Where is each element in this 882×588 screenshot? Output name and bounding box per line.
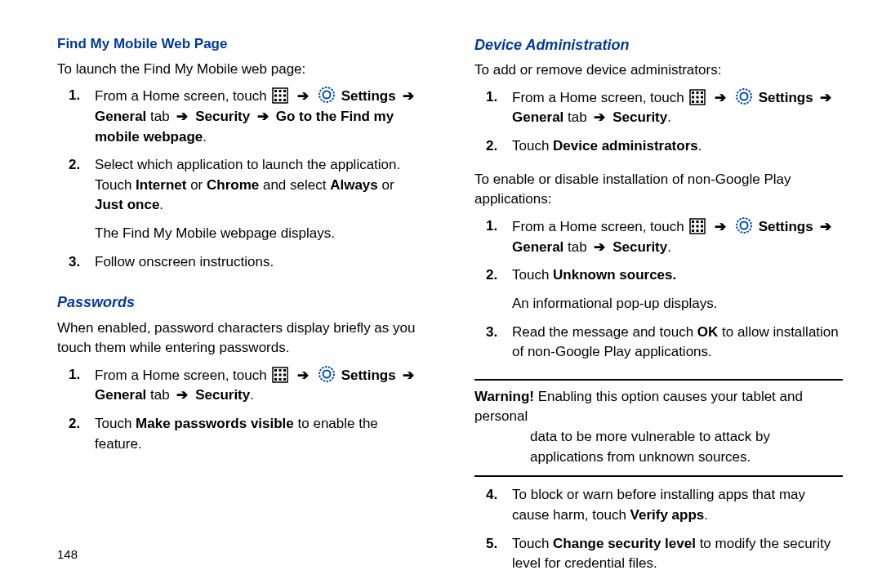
- svg-rect-31: [692, 100, 694, 103]
- page-number: 148: [57, 546, 78, 564]
- apps-grid-icon: [689, 218, 706, 234]
- svg-rect-40: [692, 225, 694, 227]
- svg-rect-4: [274, 95, 277, 97]
- step-number: 3.: [69, 252, 80, 273]
- svg-rect-3: [283, 90, 286, 92]
- apps-grid-icon: [689, 89, 706, 105]
- arrow-icon: ➔: [817, 219, 835, 234]
- step-text: From a Home screen, touch: [512, 90, 688, 105]
- svg-rect-5: [279, 95, 282, 97]
- arrow-icon: ➔: [590, 239, 608, 255]
- security-label: Security: [612, 239, 667, 255]
- arrow-icon: ➔: [173, 109, 191, 124]
- step-2: 2. Select which application to launch th…: [57, 155, 425, 252]
- bold-text: Always: [330, 177, 378, 193]
- svg-rect-6: [283, 95, 286, 97]
- gear-icon: [318, 365, 336, 383]
- bold-text: Device administrators: [553, 138, 698, 154]
- step-text: and select: [259, 177, 330, 193]
- general-label: General: [95, 109, 146, 124]
- heading-passwords: Passwords: [57, 292, 425, 313]
- step-text: From a Home screen, touch: [512, 219, 688, 234]
- step-1: 1. From a Home screen, touch ➔ Settings …: [474, 87, 843, 136]
- warning-label: Warning!: [474, 389, 534, 404]
- svg-point-10: [319, 87, 334, 102]
- arrow-icon: ➔: [817, 90, 835, 105]
- step-text: .: [698, 138, 702, 154]
- period: .: [667, 109, 671, 125]
- settings-label: Settings: [759, 219, 813, 234]
- svg-rect-28: [692, 96, 694, 98]
- period: .: [250, 387, 254, 403]
- arrow-icon: ➔: [294, 88, 312, 104]
- svg-rect-7: [274, 99, 277, 101]
- svg-point-46: [737, 218, 751, 233]
- svg-rect-19: [274, 378, 277, 381]
- settings-label: Settings: [341, 368, 396, 383]
- step-text: Touch: [512, 267, 553, 283]
- arrow-icon: ➔: [399, 368, 417, 383]
- step-number: 1.: [69, 86, 80, 106]
- svg-rect-29: [697, 96, 699, 98]
- step-extra-text: An informational pop-up displays.: [512, 294, 843, 314]
- apps-grid-icon: [272, 87, 288, 104]
- step-number: 4.: [486, 485, 497, 506]
- tab-word: tab: [564, 109, 590, 125]
- step-number: 3.: [486, 323, 497, 343]
- gear-icon: [318, 86, 336, 104]
- arrow-icon: ➔: [173, 387, 191, 403]
- bold-text: Chrome: [207, 177, 259, 193]
- security-label: Security: [195, 387, 250, 403]
- step-5: 5. Touch Change security level to modify…: [474, 534, 843, 582]
- step-4: 4. To block or warn before installing ap…: [474, 485, 843, 533]
- apps-grid-icon: [272, 367, 288, 383]
- security-label: Security: [195, 109, 250, 124]
- svg-rect-43: [692, 229, 694, 232]
- intro-text: To add or remove device administrators:: [474, 60, 843, 81]
- svg-rect-45: [701, 229, 703, 232]
- bold-text: Unknown sources.: [553, 267, 676, 283]
- step-text: Touch: [95, 416, 136, 431]
- steps-device-admin-c: 4. To block or warn before installing ap…: [474, 485, 843, 582]
- step-number: 5.: [486, 534, 497, 555]
- step-1: 1. From a Home screen, touch ➔ Settings …: [474, 216, 843, 265]
- settings-label: Settings: [759, 90, 813, 105]
- right-column: Device Administration To add or remove d…: [474, 34, 843, 572]
- arrow-icon: ➔: [711, 90, 729, 105]
- step-1: 1. From a Home screen, touch ➔ Settings …: [57, 365, 425, 414]
- svg-point-35: [740, 92, 747, 100]
- step-number: 2.: [486, 136, 497, 157]
- bold-text: Change security level: [553, 536, 696, 551]
- manual-page: Find My Mobile Web Page To launch the Fi…: [0, 0, 882, 588]
- svg-rect-38: [697, 220, 699, 223]
- left-column: Find My Mobile Web Page To launch the Fi…: [57, 34, 425, 572]
- step-number: 2.: [69, 155, 80, 176]
- tab-word: tab: [146, 387, 173, 403]
- svg-point-22: [319, 367, 334, 381]
- svg-rect-16: [274, 373, 277, 376]
- general-label: General: [95, 387, 146, 403]
- step-2: 2. Touch Unknown sources. An information…: [474, 265, 843, 322]
- step-text: Touch: [512, 138, 553, 154]
- svg-point-34: [737, 89, 751, 104]
- step-number: 1.: [486, 216, 497, 237]
- step-text: Read the message and touch: [512, 324, 697, 340]
- svg-point-23: [323, 370, 330, 377]
- general-label: General: [512, 109, 564, 125]
- svg-rect-13: [274, 369, 277, 372]
- svg-rect-32: [697, 100, 699, 103]
- bold-text: Just once: [95, 197, 159, 212]
- arrow-icon: ➔: [711, 219, 729, 234]
- gear-icon: [735, 87, 753, 105]
- svg-rect-41: [697, 225, 699, 227]
- general-label: General: [512, 239, 564, 255]
- svg-point-11: [323, 91, 330, 99]
- svg-rect-20: [279, 378, 282, 381]
- step-text: .: [159, 197, 163, 212]
- passwords-description: When enabled, password characters displa…: [57, 318, 425, 359]
- heading-find-my-mobile: Find My Mobile Web Page: [57, 34, 425, 55]
- step-text: Touch: [512, 536, 553, 551]
- steps-device-admin-b: 1. From a Home screen, touch ➔ Settings …: [474, 216, 843, 371]
- svg-rect-17: [279, 373, 282, 376]
- arrow-icon: ➔: [294, 368, 312, 383]
